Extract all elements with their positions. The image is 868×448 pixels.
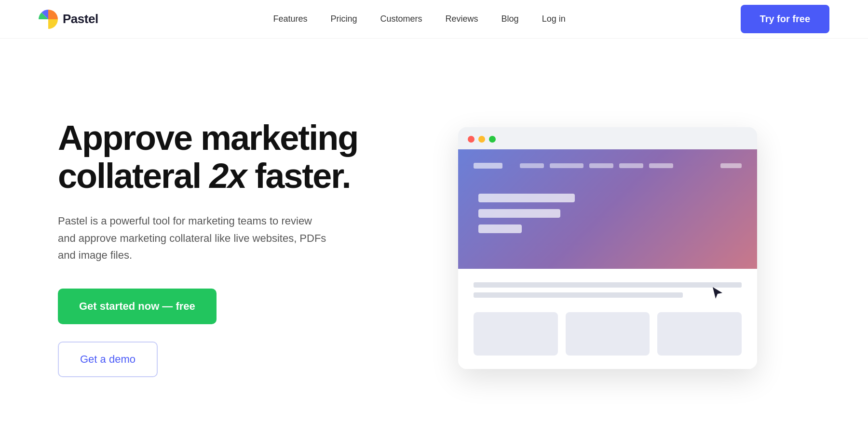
traffic-light-green [489,136,496,143]
get-started-button[interactable]: Get started now — free [58,289,217,324]
mock-card-3 [657,312,742,356]
hero-section: Approve marketing collateral 2x faster. … [0,39,868,448]
hero-illustration [405,127,810,369]
traffic-light-yellow [478,136,485,143]
nav-reviews[interactable]: Reviews [446,14,478,24]
logo-text: Pastel [63,12,98,26]
logo-link[interactable]: Pastel [39,10,98,29]
nav-blog[interactable]: Blog [502,14,519,24]
mock-nav [474,163,742,169]
mock-hero-line-1 [478,194,575,202]
mock-hero-text [474,194,742,233]
mock-card-2 [566,312,650,356]
mock-hero-line-2 [478,209,560,218]
mock-website [458,149,757,369]
traffic-light-red [468,136,475,143]
hero-buttons: Get started now — free Get a demo [58,289,366,377]
mock-site-content [458,149,757,369]
navigation: Pastel Features Pricing Customers Review… [0,0,868,39]
mock-link-3 [589,163,613,168]
nav-customers[interactable]: Customers [380,14,422,24]
mock-site-body [458,269,757,369]
mock-text-line-1 [474,282,742,288]
mock-link-2 [550,163,583,168]
mock-link-1 [520,163,544,168]
mock-text-line-2 [474,292,683,298]
get-demo-button[interactable]: Get a demo [58,342,158,377]
mock-nav-links [520,163,673,168]
mock-text-block [474,282,742,298]
nav-features[interactable]: Features [273,14,307,24]
mock-link-5 [649,163,673,168]
mock-nav-btn [720,163,742,168]
browser-topbar [458,127,757,149]
nav-links: Features Pricing Customers Reviews Blog … [273,14,565,24]
try-for-free-button[interactable]: Try for free [741,5,829,33]
nav-pricing[interactable]: Pricing [331,14,357,24]
nav-login[interactable]: Log in [542,14,566,24]
hero-content: Approve marketing collateral 2x faster. … [58,119,366,377]
mock-body-wrapper [458,269,757,369]
mock-card-1 [474,312,558,356]
hero-subtext: Pastel is a powerful tool for marketing … [58,212,328,264]
pastel-logo-icon [39,10,58,29]
mock-logo-bar [474,163,502,169]
browser-mockup [458,127,757,369]
mock-cards [474,312,742,356]
hero-heading: Approve marketing collateral 2x faster. [58,119,366,195]
mock-link-4 [619,163,643,168]
mock-site-header [458,149,757,269]
mock-hero-line-3 [478,224,522,233]
cursor-icon [711,286,724,302]
